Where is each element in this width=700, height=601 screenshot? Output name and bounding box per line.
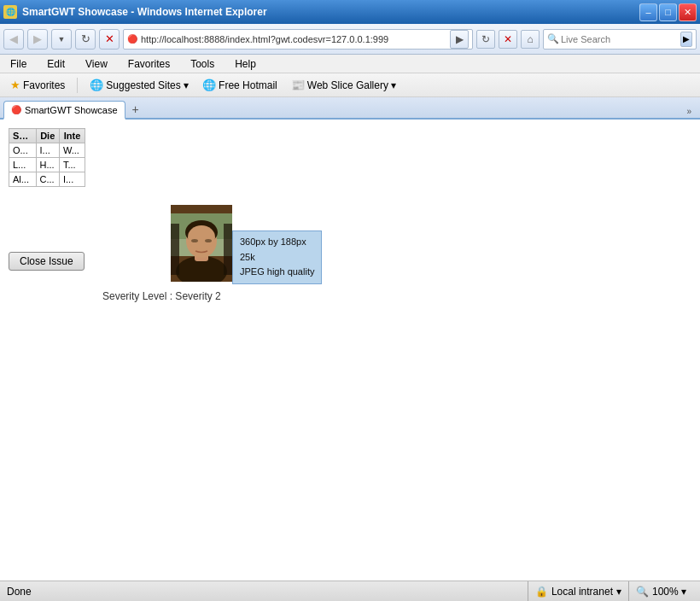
status-bar: Done 🔒 Local intranet ▾ 🔍 100% ▾ xyxy=(0,581,700,601)
menu-favorites[interactable]: Favorites xyxy=(125,56,173,72)
suggested-sites-label: Suggested Sites ▾ xyxy=(106,79,189,91)
menu-edit[interactable]: Edit xyxy=(44,56,68,72)
refresh-nav-button[interactable]: ↻ xyxy=(476,30,495,49)
svg-rect-10 xyxy=(171,224,179,275)
table-row: L... H... T... xyxy=(9,158,85,172)
image-tooltip: 360px by 188px 25k JPEG high quality xyxy=(232,230,322,284)
close-issue-button[interactable]: Close Issue xyxy=(9,252,85,271)
fav-separator-1 xyxy=(77,78,78,93)
main-content: Scie Die Inte O... I... W... L... H... T… xyxy=(0,120,700,546)
status-text: Done xyxy=(7,586,528,598)
cell-0-0[interactable]: O... xyxy=(9,143,37,158)
title-bar-left: 🌐 SmartGWT Showcase - Windows Internet E… xyxy=(3,5,267,19)
web-slice-gallery-button[interactable]: 📰 Web Slice Gallery ▾ xyxy=(288,77,400,93)
browser-icon: 🌐 xyxy=(3,5,17,19)
close-window-button[interactable]: ✕ xyxy=(679,3,697,21)
cell-1-0[interactable]: L... xyxy=(9,158,37,172)
maximize-button[interactable]: □ xyxy=(659,3,677,21)
table-row: Al... C... I... xyxy=(9,172,85,187)
dropdown-button[interactable]: ▼ xyxy=(51,29,72,50)
home-button[interactable]: ⌂ xyxy=(521,30,540,49)
tooltip-format: JPEG high quality xyxy=(240,265,314,280)
forward-button[interactable]: ▶ xyxy=(27,29,48,50)
new-tab-button[interactable]: + xyxy=(127,101,144,118)
refresh-button[interactable]: ↻ xyxy=(75,29,96,50)
security-zone-dropdown-icon: ▾ xyxy=(616,586,621,598)
tooltip-dimensions: 360px by 188px xyxy=(240,235,314,250)
favorites-bar: ★ Favorites 🌐 Suggested Sites ▾ 🌐 Free H… xyxy=(0,73,700,97)
cell-1-1[interactable]: H... xyxy=(36,158,59,172)
search-input[interactable] xyxy=(561,34,679,44)
cell-1-2[interactable]: T... xyxy=(59,158,85,172)
stop-button[interactable]: ✕ xyxy=(99,29,120,50)
ie-icon: 🌐 xyxy=(90,79,103,91)
menu-view[interactable]: View xyxy=(82,56,111,72)
svg-point-7 xyxy=(188,225,215,249)
data-table: Scie Die Inte O... I... W... L... H... T… xyxy=(9,128,85,187)
back-button[interactable]: ◀ xyxy=(3,29,24,50)
search-bar: 🔍 ▶ xyxy=(543,29,697,50)
security-zone-icon: 🔒 xyxy=(535,586,548,598)
tab-smartgwt[interactable]: 🔴 SmartGWT Showcase xyxy=(3,101,125,120)
mona-lisa-image xyxy=(171,205,232,282)
cell-2-0[interactable]: Al... xyxy=(9,172,37,187)
severity-label: Severity Level : Severity 2 xyxy=(102,290,221,302)
web-slice-icon: 📰 xyxy=(291,79,305,91)
zoom-label: 100% ▾ xyxy=(652,586,686,598)
window-controls: – □ ✕ xyxy=(639,3,697,21)
svg-point-8 xyxy=(191,239,198,242)
svg-rect-11 xyxy=(224,224,232,275)
menu-file[interactable]: File xyxy=(7,56,30,72)
live-search-icon: 🔍 xyxy=(547,33,559,44)
page-icon: 🔴 xyxy=(127,34,137,44)
favorites-label: Favorites xyxy=(23,79,65,91)
tooltip-size: 25k xyxy=(240,250,314,265)
search-submit-button[interactable]: ▶ xyxy=(680,32,692,47)
stop-nav-button[interactable]: ✕ xyxy=(499,30,517,49)
image-area: 360px by 188px 25k JPEG high quality Sev… xyxy=(171,205,232,283)
cell-0-2[interactable]: W... xyxy=(59,143,85,158)
menu-bar: File Edit View Favorites Tools Help xyxy=(0,55,700,73)
tab-icon: 🔴 xyxy=(11,105,21,114)
menu-help[interactable]: Help xyxy=(231,56,260,72)
title-bar: 🌐 SmartGWT Showcase - Windows Internet E… xyxy=(0,0,700,24)
web-slice-gallery-label: Web Slice Gallery ▾ xyxy=(307,79,396,91)
cell-2-2[interactable]: I... xyxy=(59,172,85,187)
cell-2-1[interactable]: C... xyxy=(36,172,59,187)
cell-0-1[interactable]: I... xyxy=(36,143,59,158)
col-header-1[interactable]: Die xyxy=(36,129,59,143)
security-zone: 🔒 Local intranet ▾ xyxy=(528,581,628,601)
free-hotmail-label: Free Hotmail xyxy=(219,79,277,91)
zoom-icon: 🔍 xyxy=(636,586,649,598)
go-button[interactable]: ▶ xyxy=(450,30,469,49)
table-row: O... I... W... xyxy=(9,143,85,158)
col-header-0[interactable]: Scie xyxy=(9,129,37,143)
nav-bar: ◀ ▶ ▼ ↻ ✕ 🔴 ▶ ↻ ✕ ⌂ 🔍 ▶ xyxy=(0,24,700,55)
tab-bar: 🔴 SmartGWT Showcase + » xyxy=(0,97,700,120)
svg-point-9 xyxy=(205,239,212,242)
tab-more-button[interactable]: » xyxy=(681,105,697,118)
hotmail-icon: 🌐 xyxy=(202,79,216,91)
zoom-area[interactable]: 🔍 100% ▾ xyxy=(628,581,693,601)
col-header-2[interactable]: Inte xyxy=(59,129,85,143)
address-input[interactable] xyxy=(141,34,446,44)
favorites-star-icon: ★ xyxy=(10,79,20,91)
favorites-button[interactable]: ★ Favorites xyxy=(7,77,68,93)
suggested-sites-button[interactable]: 🌐 Suggested Sites ▾ xyxy=(86,77,192,93)
address-bar: 🔴 ▶ xyxy=(123,29,473,50)
free-hotmail-button[interactable]: 🌐 Free Hotmail xyxy=(199,77,281,93)
tab-label: SmartGWT Showcase xyxy=(25,105,118,115)
minimize-button[interactable]: – xyxy=(639,3,657,21)
window-title: SmartGWT Showcase - Windows Internet Exp… xyxy=(22,6,267,18)
security-zone-label: Local intranet xyxy=(551,586,613,598)
menu-tools[interactable]: Tools xyxy=(187,56,218,72)
